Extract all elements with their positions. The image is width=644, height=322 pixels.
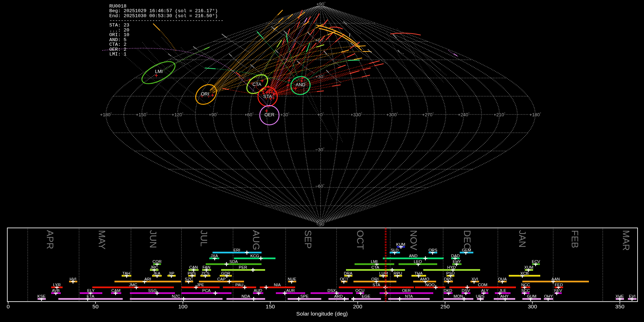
svg-text:GEM: GEM xyxy=(462,248,471,252)
svg-text:ARI: ARI xyxy=(145,277,151,281)
svg-text:DEC: DEC xyxy=(462,230,473,250)
svg-text:GDR: GDR xyxy=(221,271,230,275)
svg-text:KSE: KSE xyxy=(38,294,46,298)
svg-text:RPU: RPU xyxy=(394,271,402,275)
svg-text:NOV: NOV xyxy=(408,230,419,250)
svg-text:EHY: EHY xyxy=(453,259,461,264)
svg-text:AHY: AHY xyxy=(500,294,509,298)
svg-text:+300°: +300° xyxy=(386,112,398,117)
svg-text:THA: THA xyxy=(415,271,423,275)
svg-text:FEB: FEB xyxy=(570,230,580,248)
svg-text:SCC: SCC xyxy=(521,288,530,293)
svg-text:LYR: LYR xyxy=(53,283,60,287)
svg-text:DRA: DRA xyxy=(344,271,352,275)
svg-text:EVI: EVI xyxy=(629,294,635,298)
svg-text:DKD: DKD xyxy=(444,288,452,293)
svg-text:NTA: NTA xyxy=(405,294,413,298)
svg-text:KUM: KUM xyxy=(396,242,405,247)
svg-text:JPE: JPE xyxy=(197,283,204,287)
svg-text:JXA: JXA xyxy=(211,254,218,258)
svg-text:ORI: ORI xyxy=(371,277,379,281)
svg-text:DAD: DAD xyxy=(451,254,460,258)
svg-text:CTA: CTA xyxy=(371,265,379,269)
svg-text:PSU: PSU xyxy=(446,271,454,275)
svg-text:COR: COR xyxy=(152,259,161,264)
svg-text:ZCS: ZCS xyxy=(201,271,210,275)
svg-text:JUL: JUL xyxy=(199,230,209,247)
svg-text:+210°: +210° xyxy=(494,112,506,117)
svg-text:SZC: SZC xyxy=(185,277,193,281)
svg-text:APR: APR xyxy=(45,230,55,249)
svg-text:ARD: ARD xyxy=(334,294,343,298)
svg-text:ECV: ECV xyxy=(532,259,540,264)
svg-text:CAN: CAN xyxy=(189,265,198,269)
svg-text:OCT: OCT xyxy=(340,277,348,281)
svg-text:300: 300 xyxy=(528,303,537,309)
svg-text:NDA: NDA xyxy=(241,294,250,298)
svg-text:NOO: NOO xyxy=(425,283,435,287)
svg-text:ALY: ALY xyxy=(481,288,489,293)
svg-text:JLE: JLE xyxy=(499,288,506,293)
svg-text:DPC: DPC xyxy=(444,277,453,281)
svg-text:+120°: +120° xyxy=(172,112,184,117)
svg-text:DSV: DSV xyxy=(462,288,470,293)
svg-text:150: 150 xyxy=(266,303,275,309)
svg-text:SLD: SLD xyxy=(391,248,399,252)
svg-text:LMI: LMI xyxy=(155,69,163,74)
svg-text:+270°: +270° xyxy=(422,112,434,117)
svg-text:NCC: NCC xyxy=(521,283,530,287)
svg-text:ORS: ORS xyxy=(429,248,438,252)
svg-text:CAP: CAP xyxy=(217,277,225,281)
svg-text:Solar longitude (deg): Solar longitude (deg) xyxy=(296,311,348,317)
svg-text:NUE: NUE xyxy=(288,277,296,281)
svg-text:AND: AND xyxy=(409,254,418,258)
svg-text:PPS: PPS xyxy=(188,271,196,275)
svg-text:HVI: HVI xyxy=(70,277,77,281)
svg-text:AUD: AUD xyxy=(254,288,262,293)
svg-text:STA: STA xyxy=(263,94,272,99)
svg-text:OCU: OCU xyxy=(355,288,364,293)
svg-text:JRC: JRC xyxy=(150,265,158,269)
svg-text:+180°: +180° xyxy=(530,112,541,117)
svg-text:LUM: LUM xyxy=(379,271,388,275)
svg-text:200: 200 xyxy=(353,303,362,309)
svg-text:NZC: NZC xyxy=(172,294,180,298)
svg-text:LEO: LEO xyxy=(414,259,422,264)
svg-text:STA: STA xyxy=(372,283,380,287)
svg-text:PER: PER xyxy=(239,265,247,269)
svg-text:XHE: XHE xyxy=(615,294,624,298)
svg-text:MAR: MAR xyxy=(621,230,631,251)
svg-text:LMI: LMI xyxy=(371,259,378,264)
svg-text:OER: OER xyxy=(402,288,411,293)
svg-text:ETA: ETA xyxy=(87,294,94,298)
svg-text:EGE: EGE xyxy=(362,294,370,298)
svg-text:MON: MON xyxy=(454,294,463,298)
svg-text:COM: COM xyxy=(478,283,488,287)
svg-text:+180°: +180° xyxy=(100,112,112,117)
svg-text:HYD: HYD xyxy=(447,265,456,269)
svg-text:NIA: NIA xyxy=(274,283,281,287)
svg-text:OCT: OCT xyxy=(355,230,366,250)
svg-text:SSG: SSG xyxy=(148,288,157,293)
svg-text:OHY: OHY xyxy=(544,294,553,298)
svg-text:AVB: AVB xyxy=(52,288,60,293)
svg-text:LMI: 1: LMI: 1 xyxy=(109,52,127,57)
svg-text:PCA: PCA xyxy=(202,288,211,293)
svg-text:AAN: AAN xyxy=(551,277,560,281)
svg-text:JMC: JMC xyxy=(129,283,137,287)
svg-text:PAU: PAU xyxy=(235,283,244,287)
svg-text:XUM: XUM xyxy=(524,265,533,269)
svg-text:TAH: TAH xyxy=(122,271,130,275)
svg-text:DSX: DSX xyxy=(327,288,336,293)
svg-text:FED: FED xyxy=(555,283,563,287)
svg-text:CAM: CAM xyxy=(111,288,120,293)
svg-text:ERI: ERI xyxy=(234,248,240,252)
svg-text:+150°: +150° xyxy=(136,112,148,117)
svg-text:XCB: XCB xyxy=(520,271,528,275)
svg-text:KCG: KCG xyxy=(250,254,259,258)
svg-text:50: 50 xyxy=(92,303,99,309)
svg-text:AND: AND xyxy=(296,82,305,87)
svg-text:JAN: JAN xyxy=(517,230,528,248)
svg-text:CTA: CTA xyxy=(252,82,261,87)
svg-text:JUN: JUN xyxy=(148,230,158,248)
